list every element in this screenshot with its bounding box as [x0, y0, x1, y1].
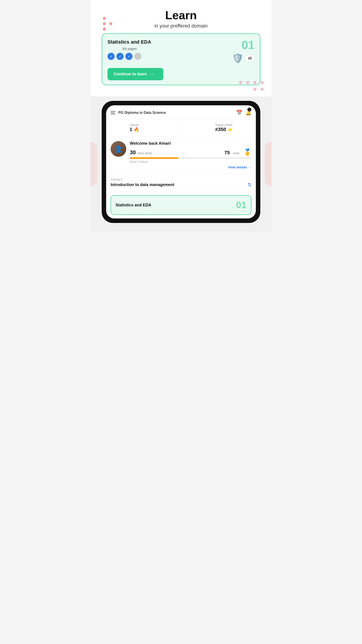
welcome-section: 👤 Welcome back Aman! 30 mins done 75 min… [106, 137, 256, 174]
course-label: Course 1 [111, 178, 251, 181]
progress-area: 30 mins done 75 mins 🥇 DAILY GOAL [130, 148, 251, 164]
phone-wrapper: PG Diploma in Data Science 📅 🔔 Streak 1 … [102, 101, 260, 223]
rank-label: Today's Rank [215, 123, 233, 126]
welcome-content: Welcome back Aman! 30 mins done 75 mins … [130, 141, 251, 169]
continue-button[interactable]: Continue to learn → [107, 68, 163, 80]
continue-btn-label: Continue to learn [114, 72, 147, 76]
card-title: Statistics and EDA [107, 39, 151, 45]
daily-goal-label: DAILY GOAL [130, 160, 251, 164]
bg-decoration-left [90, 142, 97, 186]
star-icon: ⭐ [228, 127, 232, 132]
stats-bar: Streak 1 🔥 Today's Rank #350 ⭐ [106, 119, 256, 137]
welcome-name: Welcome back Aman! [130, 141, 251, 146]
progress-done-label: mins done [138, 152, 152, 155]
progress-bar-fill [130, 157, 179, 159]
progress-total-label: mins [233, 152, 240, 155]
avatar-image: 👤 [111, 141, 126, 157]
medal-icon: 🥇 [244, 148, 251, 156]
progress-done: 30 [130, 149, 136, 156]
course-name: Introduction to data management [111, 182, 174, 187]
top-section: Learn in your preffered domain Statistic… [90, 0, 272, 96]
sort-icon[interactable]: ⇅ [248, 182, 251, 188]
badge-area: 🛡️ x6 [232, 53, 255, 64]
progress-total: 75 [224, 150, 230, 156]
btn-arrow-icon: → [149, 72, 154, 77]
streak-value: 1 🔥 [130, 126, 139, 132]
dot-2: ✓ [116, 53, 124, 60]
fire-icon: 🔥 [134, 127, 139, 132]
rank-value: #350 ⭐ [215, 126, 233, 132]
course-section: Course 1 Introduction to data management… [106, 174, 256, 192]
phone-section: PG Diploma in Data Science 📅 🔔 Streak 1 … [90, 96, 272, 232]
decorative-dots-left [102, 16, 113, 32]
rank-stat: Today's Rank #350 ⭐ [215, 123, 233, 132]
user-avatar: 👤 [111, 141, 126, 157]
bg-decoration-right [265, 142, 272, 186]
app-title: PG Diploma in Data Science [118, 111, 166, 115]
bottom-course-card[interactable]: Statistics and EDA 01 [111, 195, 251, 215]
card-pages: 3/4 pages [107, 47, 151, 50]
hero-subtitle: in your preffered domain [95, 23, 267, 29]
course-name-row: Introduction to data management ⇅ [111, 182, 251, 188]
streak-label: Streak [130, 123, 139, 126]
streak-stat: Streak 1 🔥 [130, 123, 139, 132]
app-header: PG Diploma in Data Science 📅 🔔 [106, 105, 256, 119]
progress-row: 30 mins done 75 mins 🥇 [130, 148, 251, 156]
phone-screen: PG Diploma in Data Science 📅 🔔 Streak 1 … [106, 105, 256, 218]
calendar-icon[interactable]: 📅 [236, 110, 242, 116]
course-card: Statistics and EDA 3/4 pages ✓ ✓ ✓ 01 🛡️… [102, 33, 260, 85]
dot-3: ✓ [125, 53, 132, 60]
dot-1: ✓ [107, 53, 115, 60]
multiplier-badge: x6 [245, 56, 255, 61]
hamburger-menu-icon[interactable] [111, 111, 115, 114]
decorative-dots-right [238, 80, 265, 92]
stat-divider [177, 123, 177, 132]
bottom-card-number: 01 [236, 200, 247, 210]
bottom-card-title: Statistics and EDA [115, 203, 151, 208]
app-header-left: PG Diploma in Data Science [111, 111, 166, 115]
hero-title: Learn [95, 9, 267, 22]
progress-bar-container [130, 157, 251, 159]
progress-dots: ✓ ✓ ✓ [107, 53, 151, 60]
view-details-link[interactable]: View details → [130, 164, 251, 169]
shield-icon: 🛡️ [232, 53, 243, 64]
dot-4 [134, 53, 141, 60]
card-number: 01 [242, 39, 255, 51]
